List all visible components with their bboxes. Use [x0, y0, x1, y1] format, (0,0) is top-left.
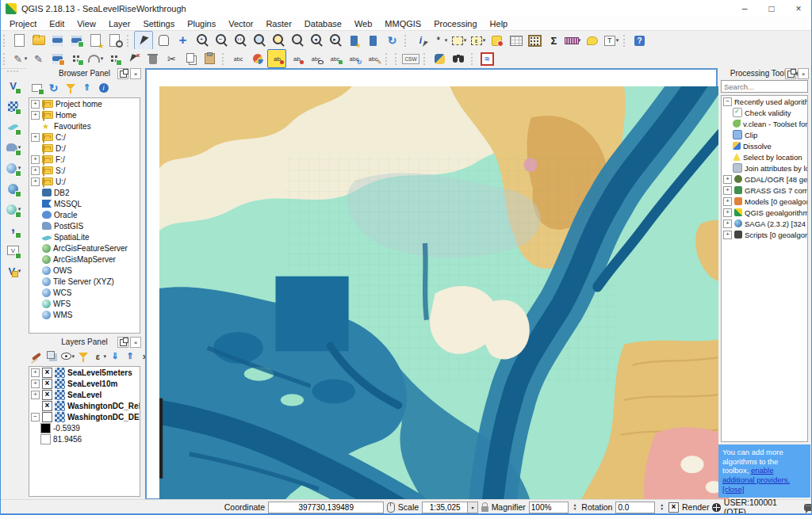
- layer-visibility-checkbox[interactable]: [42, 412, 52, 422]
- provider-grass7[interactable]: + GRASS GIS 7 commands [...: [722, 185, 807, 196]
- tree-expander[interactable]: [31, 211, 40, 219]
- tree-expander[interactable]: −: [723, 97, 732, 106]
- menu-raster[interactable]: Raster: [259, 18, 297, 29]
- layer-sealevel5meters[interactable]: + × SeaLevel5meters: [29, 367, 140, 378]
- pan-map[interactable]: [155, 32, 172, 49]
- scale-input[interactable]: [422, 502, 468, 513]
- browser-item-arcgismapserver[interactable]: ArcGisMapServer: [29, 254, 140, 265]
- toggle-editing[interactable]: [29, 50, 47, 67]
- render-checkbox[interactable]: ×: [668, 502, 679, 513]
- add-circular-string[interactable]: ▾: [86, 50, 104, 67]
- select-features[interactable]: ▾: [450, 32, 467, 49]
- add-wfs-layer[interactable]: ▾: [3, 200, 22, 219]
- browser-item-favourites[interactable]: Favourites: [29, 120, 140, 132]
- add-wcs-layer[interactable]: [3, 179, 22, 198]
- pan-to-selection[interactable]: [174, 32, 191, 49]
- alg-select-by-location[interactable]: Select by location: [722, 151, 807, 162]
- browser-item-db2[interactable]: DB2: [29, 187, 140, 198]
- map-tips[interactable]: [583, 32, 600, 49]
- tree-expander[interactable]: [31, 311, 40, 319]
- zoom-to-selection[interactable]: [269, 32, 286, 49]
- measure[interactable]: ▾: [564, 32, 581, 49]
- zoom-out[interactable]: [212, 32, 229, 49]
- toolbox-float-button[interactable]: [785, 68, 796, 79]
- tree-expander[interactable]: [31, 288, 40, 297]
- layer-sealevel10m[interactable]: + × SeaLevel10m: [29, 378, 140, 389]
- rotate-label[interactable]: [345, 50, 362, 67]
- tree-expander[interactable]: +: [723, 231, 732, 239]
- tree-expander[interactable]: +: [31, 155, 40, 164]
- browser-item-tile-server[interactable]: Tile Server (XYZ): [29, 276, 140, 287]
- messages-icon[interactable]: [804, 504, 812, 511]
- tree-expander[interactable]: +: [31, 368, 40, 377]
- browser-item-s-drive[interactable]: + S:/: [29, 165, 140, 176]
- pin-unpin-labels[interactable]: [288, 50, 305, 67]
- cut-features[interactable]: [163, 50, 180, 67]
- tree-expander[interactable]: +: [723, 186, 732, 195]
- browser-item-project-home[interactable]: + Project home: [29, 98, 140, 109]
- layer-labeling-options[interactable]: [229, 50, 247, 67]
- layer-washingtondc-relief[interactable]: × WashingtonDC_Relief_...: [29, 400, 140, 411]
- add-postgis-layer[interactable]: ▾: [3, 138, 22, 157]
- mouse-position-icon[interactable]: [387, 502, 395, 513]
- identify-features[interactable]: [412, 32, 429, 49]
- delete-selected[interactable]: [144, 50, 161, 67]
- tree-expander[interactable]: +: [31, 166, 40, 175]
- tree-expander[interactable]: +: [31, 100, 40, 109]
- current-edits[interactable]: ▾: [10, 50, 28, 67]
- minimize-button[interactable]: –: [731, 0, 758, 17]
- open-layer-styling[interactable]: [29, 349, 43, 364]
- add-group[interactable]: [44, 349, 58, 364]
- browser-item-c-drive[interactable]: + C:/: [29, 132, 140, 143]
- save-layer-edits[interactable]: [48, 50, 66, 67]
- add-delimited-text-layer[interactable]: [3, 220, 22, 239]
- menu-plugins[interactable]: Plugins: [181, 18, 222, 29]
- select-by-expression[interactable]: ▾: [469, 32, 486, 49]
- coordinate-input[interactable]: [268, 502, 384, 513]
- statistical-summary[interactable]: [545, 32, 562, 49]
- provider-models[interactable]: + Models [0 geoalgorithms]: [722, 196, 807, 207]
- tree-expander[interactable]: [31, 189, 40, 197]
- refresh-browser[interactable]: [46, 80, 61, 95]
- tree-expander[interactable]: −: [31, 413, 40, 422]
- add-selected-layers[interactable]: [29, 80, 44, 95]
- magnifier-input[interactable]: [529, 502, 569, 513]
- menu-project[interactable]: Project: [3, 18, 43, 29]
- collapse-all-browser[interactable]: [79, 80, 94, 95]
- metasearch-csw[interactable]: [402, 50, 419, 67]
- close-hint-link[interactable]: [close]: [722, 485, 744, 494]
- tree-expander[interactable]: [31, 277, 40, 286]
- scale-lock-icon[interactable]: [481, 506, 488, 512]
- python-console[interactable]: [431, 50, 448, 67]
- tree-expander[interactable]: [31, 402, 40, 410]
- tree-expander[interactable]: +: [723, 219, 732, 228]
- provider-gdal-ogr[interactable]: + GDAL/OGR [48 geoalgorit...: [722, 174, 807, 185]
- zoom-last[interactable]: [307, 32, 324, 49]
- change-label[interactable]: [364, 50, 381, 67]
- paste-features[interactable]: [201, 50, 218, 67]
- add-vector-layer[interactable]: [3, 76, 22, 95]
- deselect-all[interactable]: [488, 32, 505, 49]
- menu-vector[interactable]: Vector: [222, 18, 259, 29]
- menu-layer[interactable]: Layer: [102, 18, 137, 29]
- copy-features[interactable]: [182, 50, 199, 67]
- expand-all[interactable]: [108, 349, 121, 364]
- zoom-next[interactable]: [326, 32, 343, 49]
- rotation-spinner[interactable]: ▲▼: [658, 503, 665, 511]
- menu-edit[interactable]: Edit: [43, 18, 71, 29]
- browser-float-button[interactable]: [117, 68, 128, 79]
- zoom-to-layer[interactable]: [288, 32, 305, 49]
- new-print-composer[interactable]: [86, 32, 104, 49]
- filter-browser[interactable]: [63, 80, 78, 95]
- show-bookmarks[interactable]: [364, 32, 381, 49]
- collapse-all-layers[interactable]: [123, 349, 136, 364]
- tree-expander[interactable]: +: [31, 133, 40, 142]
- browser-item-d-drive[interactable]: D:/: [29, 143, 140, 154]
- browser-item-u-drive[interactable]: + U:/: [29, 176, 140, 187]
- alg-join-attributes[interactable]: Join attributes by loc...: [722, 162, 807, 174]
- new-layer[interactable]: ▾: [3, 261, 22, 280]
- touch-zoom-and-pan[interactable]: [134, 31, 153, 50]
- refresh-map[interactable]: [383, 32, 400, 49]
- alg-check-validity[interactable]: Check validity: [722, 107, 807, 118]
- browser-item-wcs[interactable]: WCS: [29, 287, 140, 298]
